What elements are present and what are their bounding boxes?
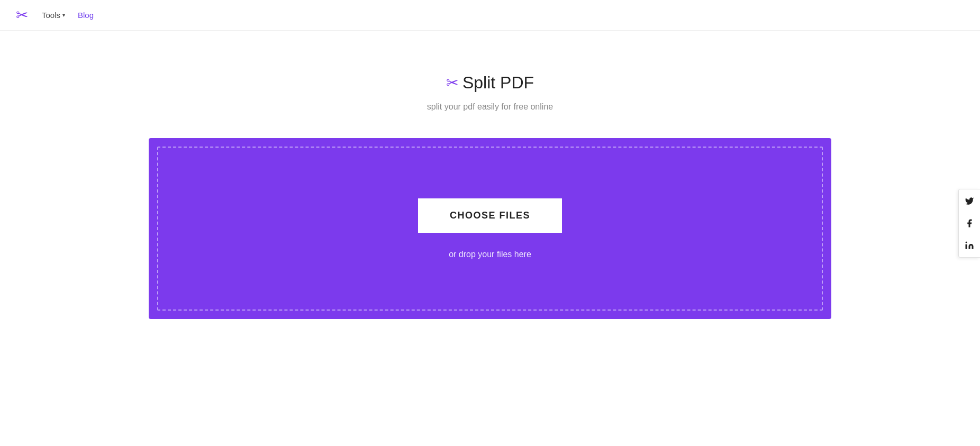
drop-zone-wrapper[interactable]: CHOOSE FILES or drop your files here bbox=[149, 138, 831, 319]
drop-text: or drop your files here bbox=[449, 250, 531, 259]
main-content: ✂ Split PDF split your pdf easily for fr… bbox=[0, 31, 980, 319]
page-subtitle: split your pdf easily for free online bbox=[427, 102, 553, 112]
tools-label: Tools bbox=[42, 11, 60, 20]
twitter-icon[interactable] bbox=[963, 195, 976, 207]
nav-tools[interactable]: Tools ▾ bbox=[42, 11, 65, 20]
facebook-icon[interactable] bbox=[963, 217, 976, 230]
nav-links: Tools ▾ Blog bbox=[42, 11, 94, 20]
drop-zone-inner[interactable]: CHOOSE FILES or drop your files here bbox=[157, 147, 823, 311]
chevron-down-icon: ▾ bbox=[62, 12, 65, 18]
blog-label: Blog bbox=[78, 11, 94, 20]
page-title-row: ✂ Split PDF bbox=[446, 73, 534, 93]
social-sidebar bbox=[958, 189, 980, 258]
linkedin-icon[interactable] bbox=[963, 239, 976, 252]
title-scissors-icon: ✂ bbox=[446, 74, 456, 92]
choose-files-button[interactable]: CHOOSE FILES bbox=[418, 198, 562, 233]
nav-blog[interactable]: Blog bbox=[78, 11, 94, 20]
navbar: ✂ Tools ▾ Blog bbox=[0, 0, 980, 31]
page-title: Split PDF bbox=[462, 73, 534, 93]
logo-icon: ✂ bbox=[16, 6, 26, 24]
svg-point-0 bbox=[966, 241, 967, 243]
